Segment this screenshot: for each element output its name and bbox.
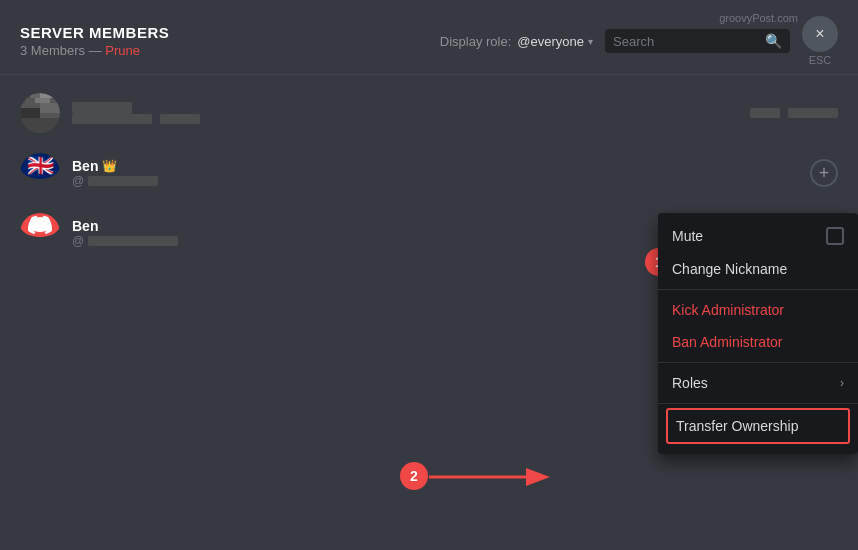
avatar [20, 93, 60, 133]
username-blur [88, 176, 158, 186]
menu-item-ban[interactable]: Ban Administrator [658, 326, 858, 358]
member-info [72, 102, 730, 124]
member-username [72, 114, 730, 124]
discord-logo-icon [28, 213, 52, 237]
member-info: Ben 👑 @ [72, 158, 798, 188]
roles-label: Roles [672, 375, 708, 391]
discord-avatar [20, 213, 60, 237]
at-symbol: @ [72, 234, 84, 248]
menu-item-change-nickname[interactable]: Change Nickname [658, 253, 858, 285]
display-role-label-area: Display role: @everyone ▾ [440, 34, 593, 49]
menu-item-kick[interactable]: Kick Administrator [658, 294, 858, 326]
chevron-right-icon: › [840, 376, 844, 390]
name-blur [72, 102, 132, 114]
menu-divider [658, 289, 858, 290]
role-tag-blur-2 [788, 108, 838, 118]
menu-item-roles[interactable]: Roles › [658, 367, 858, 399]
role-value: @everyone [517, 34, 584, 49]
avatar [20, 213, 60, 253]
watermark: groovyPost.com [719, 12, 798, 24]
username-blur [88, 236, 178, 246]
menu-divider-3 [658, 403, 858, 404]
mute-checkbox[interactable] [826, 227, 844, 245]
member-username: @ [72, 174, 798, 188]
member-name-text: Ben [72, 158, 98, 174]
uk-flag-avatar: 🇬🇧 [20, 153, 60, 179]
menu-divider-2 [658, 362, 858, 363]
username-blur [72, 114, 152, 124]
esc-label: ESC [809, 54, 832, 66]
display-role-label: Display role: [440, 34, 512, 49]
transfer-ownership-label: Transfer Ownership [676, 418, 798, 434]
menu-item-mute[interactable]: Mute [658, 219, 858, 253]
member-name [72, 102, 730, 114]
prune-link[interactable]: Prune [105, 43, 140, 58]
modal-body: 🇬🇧 Ben 👑 @ + [0, 75, 858, 550]
table-row: 🇬🇧 Ben 👑 @ + [0, 143, 858, 203]
member-actions: + [798, 159, 838, 187]
member-name-text: Ben [72, 218, 98, 234]
chevron-down-icon: ▾ [588, 36, 593, 47]
context-menu: Mute Change Nickname Kick Administrator … [658, 213, 858, 454]
at-symbol: @ [72, 174, 84, 188]
search-input[interactable] [613, 34, 759, 49]
change-nickname-label: Change Nickname [672, 261, 787, 277]
member-name: Ben 👑 [72, 158, 798, 174]
modal-title: SERVER MEMBERS [20, 24, 169, 41]
table-row [0, 83, 858, 143]
role-tag-blur [750, 108, 780, 118]
role-area [750, 108, 838, 118]
crown-icon: 👑 [102, 159, 117, 173]
table-row: Ben @ + ⋮ Mute Change Ni [0, 203, 858, 263]
kick-label: Kick Administrator [672, 302, 784, 318]
avatar-pixelated [20, 93, 60, 133]
close-button[interactable]: × [802, 16, 838, 52]
member-count: 3 Members — Prune [20, 43, 169, 58]
add-role-button[interactable]: + [810, 159, 838, 187]
close-container: × ESC [802, 16, 838, 66]
role-blur [160, 114, 200, 124]
ban-label: Ban Administrator [672, 334, 783, 350]
role-selector[interactable]: @everyone ▾ [517, 34, 593, 49]
header-left: SERVER MEMBERS 3 Members — Prune [20, 24, 169, 58]
close-icon: × [815, 25, 824, 43]
mute-label: Mute [672, 228, 703, 244]
avatar: 🇬🇧 [20, 153, 60, 193]
search-bar: 🔍 [605, 29, 790, 53]
server-members-modal: groovyPost.com SERVER MEMBERS 3 Members … [0, 0, 858, 550]
menu-item-transfer-ownership[interactable]: Transfer Ownership [666, 408, 850, 444]
search-icon: 🔍 [765, 33, 782, 49]
